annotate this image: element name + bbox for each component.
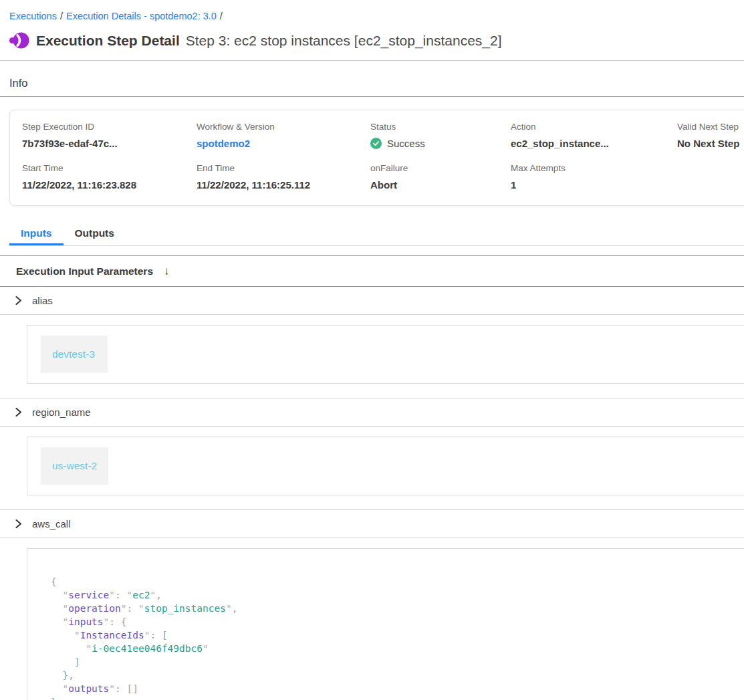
- step-info-card: Step Execution ID 7b73f93e-edaf-47c... W…: [9, 110, 744, 206]
- chevron-right-icon: [13, 407, 23, 417]
- section-name: alias: [32, 295, 53, 306]
- section-row-aws-call[interactable]: aws_call: [0, 510, 744, 538]
- region-name-value-chip: us-west-2: [41, 447, 108, 485]
- field-value: 7b73f93e-edaf-47c...: [22, 138, 197, 149]
- aws-call-code-panel: { "service": "ec2", "operation": "stop_i…: [27, 548, 744, 700]
- divider: [0, 314, 744, 315]
- alias-value-chip: devtest-3: [41, 336, 108, 373]
- info-heading: Info: [9, 77, 744, 90]
- field-value: ec2_stop_instance...: [511, 138, 677, 149]
- status-badge: Success: [370, 138, 511, 149]
- field-onfailure: onFailure Abort: [370, 163, 511, 191]
- field-value: 1: [511, 179, 677, 191]
- field-start-time: Start Time 11/22/2022, 11:16:23.828: [22, 163, 197, 191]
- page-subtitle: Step 3: ec2 stop instances [ec2_stop_ins…: [186, 33, 502, 49]
- divider: [0, 60, 744, 61]
- field-workflow-version: Workflow & Version spotdemo2: [197, 122, 370, 149]
- status-text: Success: [387, 138, 425, 149]
- divider: [0, 96, 744, 97]
- section-row-alias[interactable]: alias: [0, 287, 744, 314]
- field-label: Max Attempts: [511, 163, 677, 173]
- field-value: 11/22/2022, 11:16:25.112: [197, 179, 370, 191]
- workflow-logo-icon: [9, 31, 29, 49]
- chevron-right-icon: [13, 519, 23, 529]
- field-label: Workflow & Version: [197, 122, 370, 132]
- field-label: Valid Next Step: [677, 122, 744, 132]
- field-max-attempts: Max Attempts 1: [511, 163, 677, 191]
- workflow-link[interactable]: spotdemo2: [197, 138, 370, 149]
- divider: [0, 426, 744, 427]
- field-valid-next-step: Valid Next Step No Next Step: [677, 122, 744, 149]
- params-heading: Execution Input Parameters: [16, 265, 153, 277]
- field-status: Status Success: [370, 122, 511, 149]
- sort-descending-icon[interactable]: ↓: [164, 265, 170, 278]
- page-title: Execution Step Detail: [36, 33, 180, 49]
- section-name: region_name: [32, 406, 91, 418]
- breadcrumb-separator: /: [217, 11, 226, 21]
- field-label: Action: [511, 122, 677, 132]
- success-check-icon: [370, 138, 382, 149]
- region-name-value-panel: us-west-2: [27, 437, 744, 495]
- page-header: Execution Step Detail Step 3: ec2 stop i…: [9, 31, 744, 49]
- breadcrumb-separator: /: [57, 11, 66, 21]
- section-row-region-name[interactable]: region_name: [0, 398, 744, 426]
- field-label: Step Execution ID: [22, 122, 197, 132]
- breadcrumb-link-execution-details[interactable]: Execution Details - spotdemo2: 3.0: [66, 11, 217, 21]
- chevron-right-icon: [13, 296, 23, 306]
- aws-call-code: { "service": "ec2", "operation": "stop_i…: [27, 549, 744, 700]
- breadcrumb-link-executions[interactable]: Executions: [9, 11, 57, 21]
- field-label: End Time: [197, 163, 370, 173]
- alias-value-panel: devtest-3: [27, 325, 744, 384]
- field-value: Abort: [370, 179, 511, 191]
- field-value: 11/22/2022, 11:16:23.828: [22, 179, 197, 191]
- field-label: onFailure: [370, 163, 511, 173]
- field-action: Action ec2_stop_instance...: [511, 122, 677, 149]
- field-step-execution-id: Step Execution ID 7b73f93e-edaf-47c...: [22, 122, 197, 149]
- section-name: aws_call: [32, 518, 71, 530]
- divider: [0, 538, 744, 538]
- field-end-time: End Time 11/22/2022, 11:16:25.112: [197, 163, 370, 191]
- field-value: No Next Step: [677, 138, 744, 149]
- tab-outputs[interactable]: Outputs: [64, 221, 126, 245]
- field-label: Start Time: [22, 163, 197, 173]
- breadcrumb: Executions/Execution Details - spotdemo2…: [9, 11, 744, 21]
- tab-inputs[interactable]: Inputs: [9, 221, 64, 245]
- field-label: Status: [370, 122, 511, 132]
- tab-bar: Inputs Outputs: [9, 221, 744, 246]
- execution-input-parameters-header: Execution Input Parameters ↓: [0, 256, 744, 286]
